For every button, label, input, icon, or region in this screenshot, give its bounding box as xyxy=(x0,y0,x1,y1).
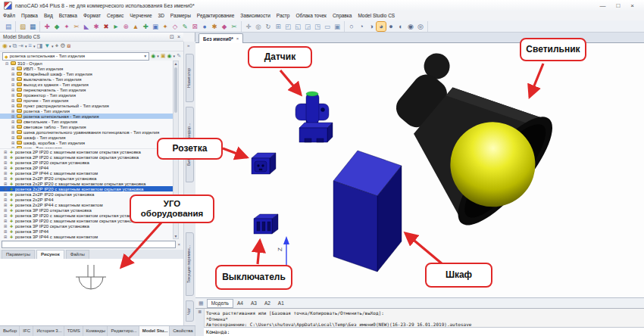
dropdown-arrow-icon[interactable]: ▾ xyxy=(9,44,11,48)
cad-tool-icon[interactable]: ◣ xyxy=(82,22,91,31)
layout-tab-A2[interactable]: A2 xyxy=(261,299,274,308)
cad-tool-icon[interactable]: ✂ xyxy=(72,22,81,31)
box-view-icon[interactable]: ▣ xyxy=(333,22,342,31)
expander-icon[interactable]: ⊞ xyxy=(11,82,15,87)
chevron-down-icon[interactable]: ▼ xyxy=(143,54,147,58)
palette-tab-Файлы[interactable]: Файлы xyxy=(66,250,89,259)
close-button[interactable]: × xyxy=(630,2,634,9)
menu-item[interactable]: Сервис xyxy=(104,11,127,20)
cad-tool-icon[interactable]: ✦ xyxy=(62,22,71,31)
menu-item[interactable]: Растр xyxy=(274,11,293,20)
part-item[interactable]: ⊞✚розетка 2х2P IP20 с защитным контактом… xyxy=(0,181,173,186)
socket-model[interactable] xyxy=(252,153,276,174)
expander-icon[interactable]: ⊞ xyxy=(3,208,8,213)
expander-icon[interactable]: ⊞ xyxy=(11,104,15,108)
sensor-model[interactable] xyxy=(295,92,333,142)
goto-icon[interactable]: ⇥ xyxy=(18,42,23,51)
palette-close-icon[interactable]: × xyxy=(177,34,180,40)
dock-tab[interactable]: Выбор xyxy=(0,326,20,336)
tree-item[interactable]: ⊞прочее - Тип изделия xyxy=(0,98,173,103)
side-tab[interactable]: Чат xyxy=(186,300,194,322)
expander-icon[interactable]: ⊞ xyxy=(11,67,15,71)
expander-icon[interactable]: ⊞ xyxy=(11,77,15,82)
view-style-icon[interactable]: ◎ xyxy=(416,22,425,31)
part-item[interactable]: ⊞✚розетка 2х2P IP20 с защитным контактом… xyxy=(0,186,173,191)
tree-item[interactable]: ⊞ИБП - Тип изделия xyxy=(0,66,173,71)
layout-tab-A1[interactable]: A1 xyxy=(274,299,288,308)
menu-item[interactable]: Размеры xyxy=(167,11,194,20)
element-type-icon[interactable]: ◉ xyxy=(2,42,8,51)
expander-icon[interactable]: ⊟ xyxy=(5,61,9,66)
maximize-button[interactable]: □ xyxy=(616,2,620,9)
menu-item[interactable]: Черчение xyxy=(127,11,155,20)
search-icon[interactable]: ⌖ xyxy=(55,42,59,51)
menu-item[interactable]: Справка xyxy=(330,11,355,20)
expander-icon[interactable]: ⊞ xyxy=(11,72,15,76)
expander-icon[interactable]: ⊞ xyxy=(3,229,8,234)
menu-item[interactable]: Правка xyxy=(18,11,41,20)
menu-item[interactable]: Облака точек xyxy=(292,11,330,20)
insert-object-icon[interactable]: ◉ xyxy=(151,52,155,60)
expander-icon[interactable]: ⊞ xyxy=(3,192,8,197)
part-item[interactable]: ⊞✚розетка 2х2P IP20 открытая установка xyxy=(0,176,173,181)
collapse-chevron-icon[interactable]: » xyxy=(187,43,189,48)
cad-tool-icon[interactable]: ⊕ xyxy=(121,22,130,31)
tree-item[interactable]: ⊞выход из здания - Тип изделия xyxy=(0,82,173,87)
cad-tool-icon[interactable]: ✚ xyxy=(141,22,150,31)
expander-icon[interactable]: ⊞ xyxy=(3,155,8,160)
model-canvas[interactable]: Z ✳ xyxy=(195,43,644,297)
copy-properties-icon[interactable]: ⧉ xyxy=(13,42,17,51)
scroll-thumb[interactable] xyxy=(174,67,177,113)
dropdown-arrow-icon[interactable]: ▾ xyxy=(25,44,27,48)
orbit-icon[interactable]: ↻ xyxy=(264,22,273,31)
cad-tool-icon[interactable]: ► xyxy=(111,22,120,31)
layout-tab-Модель[interactable]: Модель xyxy=(207,299,233,308)
cad-tool-icon[interactable]: ▣ xyxy=(151,22,160,31)
dropdown-arrow-icon[interactable]: ▾ xyxy=(33,44,36,48)
view-style-icon[interactable]: ◔ xyxy=(357,22,366,31)
expander-icon[interactable]: ⊞ xyxy=(3,198,8,202)
expander-icon[interactable]: ⊞ xyxy=(3,224,8,229)
layout-grid-icon[interactable]: ▦ xyxy=(195,300,207,306)
view-style-icon[interactable]: ○ xyxy=(347,22,356,31)
apply-icon[interactable]: ◉ xyxy=(167,52,172,60)
palette-tab-Рисунок[interactable]: Рисунок xyxy=(36,250,64,259)
image-icon[interactable]: ▣ xyxy=(161,52,166,60)
side-tab[interactable]: Навигатор xyxy=(186,54,194,102)
expander-icon[interactable]: ⊞ xyxy=(11,130,15,135)
cad-tool-icon[interactable]: ▲ xyxy=(131,22,140,31)
box-view-icon[interactable]: ▭ xyxy=(323,22,332,31)
dock-tab[interactable]: TDMS xyxy=(64,326,83,336)
cad-tool-icon[interactable]: ✂ xyxy=(230,22,239,31)
pan-icon[interactable]: ✛ xyxy=(244,22,253,31)
box-view-icon[interactable]: ◱ xyxy=(293,22,302,31)
tree-item[interactable]: ⊞светильник - Тип изделия xyxy=(0,119,173,124)
menu-item[interactable]: Вставка xyxy=(56,11,80,20)
expander-icon[interactable]: ⊞ xyxy=(3,176,8,181)
expander-icon[interactable]: ⊞ xyxy=(3,160,8,165)
minimize-button[interactable]: — xyxy=(599,2,605,9)
brush-icon[interactable]: ✎ xyxy=(177,52,181,60)
filter-icon[interactable]: ▼ xyxy=(44,42,50,51)
part-item[interactable]: ⊞✚розетка 3P IP44 xyxy=(0,229,173,234)
collapse-icon[interactable]: ◨ xyxy=(37,42,43,51)
expander-icon[interactable]: ⊞ xyxy=(11,120,15,124)
cad-tool-icon[interactable]: ✎ xyxy=(180,22,189,31)
expander-icon[interactable]: ⊞ xyxy=(3,150,8,154)
menu-item[interactable]: Зависимости xyxy=(237,11,273,20)
search-combo[interactable]: ◆ розетка штепсельная - Тип изделия ▼ xyxy=(2,52,149,61)
cad-tool-icon[interactable]: ● xyxy=(200,22,209,31)
expander-icon[interactable]: ⊞ xyxy=(11,88,15,92)
expander-icon[interactable]: ⊞ xyxy=(11,93,15,98)
menu-item[interactable]: Файл xyxy=(0,11,18,20)
cad-tool-icon[interactable]: ⊠ xyxy=(190,22,199,31)
tree-item[interactable]: ⊞розетка - Тип изделия xyxy=(0,108,173,114)
expander-icon[interactable]: ⊞ xyxy=(11,141,15,145)
menu-item[interactable]: Формат xyxy=(80,11,104,20)
tree-item[interactable]: ⊞шкаф, коробка - Тип изделия xyxy=(0,140,173,145)
switch-model[interactable] xyxy=(254,214,278,234)
dock-tab[interactable]: IFC xyxy=(20,326,33,336)
filter-input[interactable] xyxy=(2,241,176,248)
expander-icon[interactable]: ⊞ xyxy=(3,203,8,207)
scroll-up-icon[interactable]: ▲ xyxy=(174,61,178,66)
